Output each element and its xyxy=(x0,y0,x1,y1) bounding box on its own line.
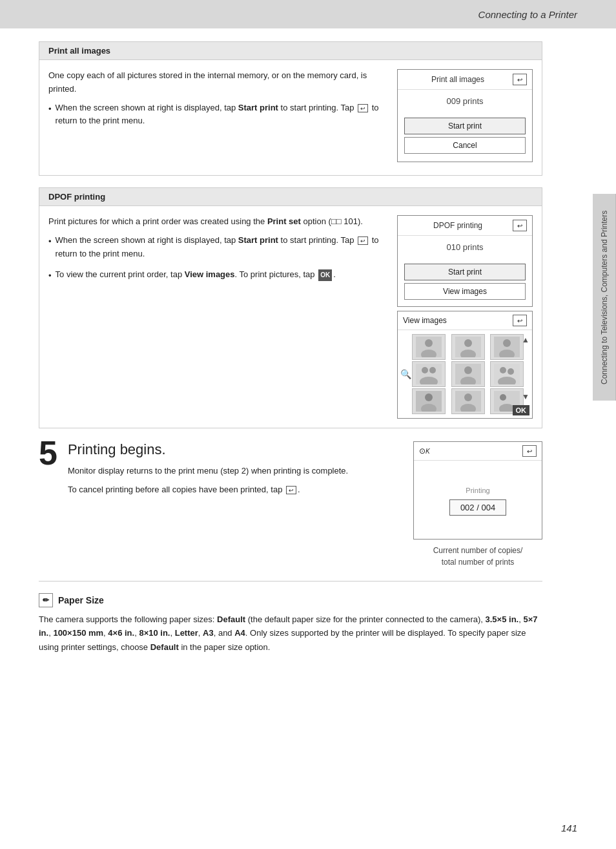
print-all-images-text: One copy each of all pictures stored in … xyxy=(48,69,387,166)
header-title: Connecting to a Printer xyxy=(478,9,577,20)
return-icon-3: ↩ xyxy=(286,486,296,494)
screen-header: Print all images ↩ xyxy=(398,70,532,90)
dpof-bullet-1: • When the screen shown at right is disp… xyxy=(48,234,387,261)
image-cell-2 xyxy=(451,334,485,360)
image-cell-7 xyxy=(412,388,446,414)
back-icon-view: ↩ xyxy=(513,315,527,326)
svg-point-21 xyxy=(425,393,433,401)
print-all-images-section: Print all images One copy each of all pi… xyxy=(39,41,542,176)
image-cell-5 xyxy=(451,361,485,387)
paper-size-text: The camera supports the following paper … xyxy=(39,613,542,654)
side-tab: Connecting to Televisions, Computers and… xyxy=(593,194,616,401)
print-all-images-bullet: • When the screen shown at right is disp… xyxy=(48,101,387,129)
svg-point-27 xyxy=(500,394,506,401)
step5-content: Printing begins. Monitor display returns… xyxy=(68,441,403,502)
print-all-images-title: Print all images xyxy=(48,46,110,56)
paper-size-title: Paper Size xyxy=(58,595,104,605)
svg-point-1 xyxy=(425,339,433,347)
dpof-bullet-2: • To view the current print order, tap V… xyxy=(48,268,387,283)
dpof-printing-header: DPOF printing xyxy=(39,188,542,206)
dpof-screen-header: DPOF printing ↩ xyxy=(398,216,532,236)
print-all-images-bullet-text: When the screen shown at right is displa… xyxy=(56,101,387,129)
step5-section: 5 Printing begins. Monitor display retur… xyxy=(39,441,542,568)
header-bar: Connecting to a Printer xyxy=(0,0,616,28)
image-cell-3 xyxy=(490,334,524,360)
paper-size-header: ✏ Paper Size xyxy=(39,593,542,607)
svg-point-18 xyxy=(508,368,514,375)
side-tab-text: Connecting to Televisions, Computers and… xyxy=(600,210,609,384)
back-icon-printing: ↩ xyxy=(522,445,537,457)
printing-caption: Current number of copies/total number of… xyxy=(433,545,523,568)
printing-screen: ⊙K ↩ Printing 002 / 004 xyxy=(413,441,542,540)
ok-button-view[interactable]: OK xyxy=(513,405,530,415)
dpof-printing-text: Print pictures for which a print order w… xyxy=(48,215,387,419)
step-number: 5 xyxy=(39,436,57,470)
print-all-images-mockup: Print all images ↩ 009 prints Start prin… xyxy=(397,69,533,162)
dpof-mockup: DPOF printing ↩ 010 prints Start print V… xyxy=(397,215,533,307)
back-icon-pai: ↩ xyxy=(513,74,527,85)
image-cell-4 xyxy=(412,361,446,387)
view-images-btn-dpof[interactable]: View images xyxy=(404,283,526,300)
step5-text2: To cancel printing before all copies hav… xyxy=(68,483,403,497)
svg-point-10 xyxy=(422,367,428,373)
image-cell-8 xyxy=(451,388,485,414)
view-images-header: View images ↩ xyxy=(398,311,532,330)
bullet-dot-3: • xyxy=(48,269,52,283)
progress-box: 002 / 004 xyxy=(449,499,506,516)
svg-point-17 xyxy=(500,367,506,373)
back-icon-dpof: ↩ xyxy=(513,220,527,231)
dpof-printing-section: DPOF printing Print pictures for which a… xyxy=(39,187,542,428)
printing-label: Printing xyxy=(466,487,489,494)
svg-point-7 xyxy=(503,339,511,347)
image-cell-1 xyxy=(412,334,446,360)
svg-point-4 xyxy=(464,339,472,347)
dpof-extra-bullet-text: To view the current print order, tap Vie… xyxy=(56,268,336,283)
dpof-screens: DPOF printing ↩ 010 prints Start print V… xyxy=(397,215,533,419)
ok-inline: OK xyxy=(318,269,332,281)
print-all-images-screen: Print all images ↩ 009 prints Start prin… xyxy=(397,69,533,166)
bullet-dot-2: • xyxy=(48,235,52,261)
main-content: Print all images One copy each of all pi… xyxy=(0,28,588,667)
view-images-title: View images xyxy=(403,316,447,325)
camera-icon: ⊙K xyxy=(419,446,430,456)
printing-body: Printing 002 / 004 xyxy=(414,461,542,539)
printing-screen-header: ⊙K ↩ xyxy=(414,442,542,461)
start-print-btn-pai[interactable]: Start print xyxy=(404,118,526,134)
svg-point-24 xyxy=(464,393,472,401)
step5-text1: Monitor display returns to the print men… xyxy=(68,465,403,478)
dpof-description: Print pictures for which a print order w… xyxy=(48,215,387,229)
cancel-btn-pai[interactable]: Cancel xyxy=(404,137,526,154)
dpof-printing-body: Print pictures for which a print order w… xyxy=(39,206,542,428)
zoom-icon: 🔍 xyxy=(400,369,411,379)
step5-title: Printing begins. xyxy=(68,441,403,458)
view-images-screen: View images ↩ 🔍 xyxy=(397,311,533,419)
screen-prints-pai: 009 prints xyxy=(398,90,532,115)
page: Connecting to a Printer Connecting to Te… xyxy=(0,0,616,849)
dpof-screen-title: DPOF printing xyxy=(403,221,513,230)
start-print-btn-dpof[interactable]: Start print xyxy=(404,264,526,280)
scroll-down-icon: ▼ xyxy=(522,392,529,401)
print-all-images-header: Print all images xyxy=(39,42,542,60)
page-number: 141 xyxy=(561,823,577,833)
print-all-images-description: One copy each of all pictures stored in … xyxy=(48,69,387,96)
paper-size-section: ✏ Paper Size The camera supports the fol… xyxy=(39,581,542,654)
screen-title-pai: Print all images xyxy=(403,75,513,84)
image-cell-6 xyxy=(490,361,524,387)
return-icon: ↩ xyxy=(358,104,368,112)
svg-point-11 xyxy=(429,367,436,373)
return-icon-2: ↩ xyxy=(358,236,368,245)
dpof-screen-prints: 010 prints xyxy=(398,236,532,261)
dpof-printing-title: DPOF printing xyxy=(48,192,105,202)
svg-point-14 xyxy=(464,366,472,374)
bullet-dot: • xyxy=(48,103,52,129)
scroll-up-icon: ▲ xyxy=(522,335,529,344)
dpof-bullet-text: When the screen shown at right is displa… xyxy=(56,234,387,261)
note-icon: ✏ xyxy=(39,593,53,607)
print-all-images-body: One copy each of all pictures stored in … xyxy=(39,60,542,175)
